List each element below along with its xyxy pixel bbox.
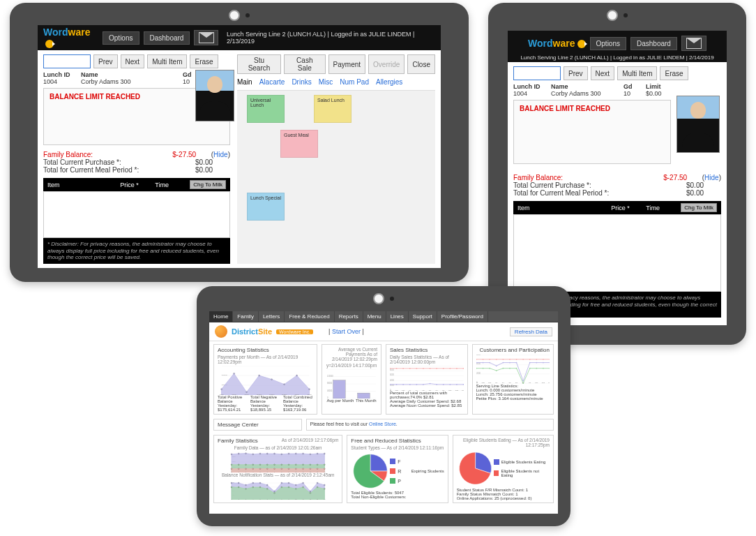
hide-link[interactable]: Hide [704,174,719,181]
svg-point-61 [396,384,398,385]
options-button[interactable]: Options [103,31,139,45]
next-button[interactable]: Next [591,66,615,80]
prev-button[interactable]: Prev [564,66,588,80]
tab-alacarte[interactable]: Alacarte [259,78,285,86]
col-lunchid: Lunch ID [513,83,548,90]
tile-universal-lunch[interactable]: Universal Lunch [247,95,285,123]
svg-text:2/5: 2/5 [508,382,511,383]
panel-sub: Student Types — As of 2/14/2019 12:11:16… [351,445,444,450]
device-pos-wide: Wordware Options Dashboard Lunch Serving… [10,3,469,282]
chg-to-milk-button[interactable]: Chg To Milk [190,180,226,189]
svg-point-49 [396,368,398,369]
svg-point-153 [252,454,254,455]
message-text: Please feel free to visit our [310,422,369,426]
nav-free[interactable]: Free & Reduced [285,311,334,322]
student-info: Lunch ID Name Gd Limit 1004 Corby Adams … [513,83,671,97]
svg-point-103 [549,362,550,364]
svg-point-233 [238,486,239,488]
val-name: Corby Adams 300 [551,90,621,97]
refresh-data-button[interactable]: Refresh Data [510,327,552,336]
close-button[interactable]: Close [407,54,435,74]
chg-to-milk-button[interactable]: Chg To Milk [681,203,717,212]
svg-point-108 [502,368,504,369]
svg-point-119 [495,359,497,360]
dashboard-button[interactable]: Dashboard [630,37,677,50]
tile-guest-meal[interactable]: Guest Meal [280,130,318,158]
erase-button[interactable]: Erase [660,66,688,80]
multiitem-button[interactable]: Multi Item [617,66,657,80]
svg-point-53 [423,368,424,369]
tile-lunch-special[interactable]: Lunch Special [247,193,285,221]
panel-title: Average vs Current Payments As of 2/14/2… [326,347,377,362]
nav-menu[interactable]: Menu [363,311,386,322]
svg-point-9 [234,373,235,374]
tab-misc[interactable]: Misc [319,78,333,86]
svg-point-115 [549,368,550,369]
multiitem-button[interactable]: Multi Item [147,54,187,68]
svg-text:1/30: 1/30 [481,382,485,383]
nav-reports[interactable]: Reports [335,311,363,322]
svg-point-155 [266,453,268,454]
tab-drinks[interactable]: Drinks [292,78,311,86]
el-foot-2: Online Applications: 25 (unprocessed: 0) [457,496,550,500]
cash-sale-button[interactable]: Cash Sale [284,54,326,74]
payment-button[interactable]: Payment [328,54,365,74]
nav-home[interactable]: Home [209,311,233,322]
svg-point-120 [502,359,504,360]
bar-label-avg: Avg per Month [326,399,354,403]
svg-point-94 [489,362,490,364]
options-button[interactable]: Options [590,37,626,50]
nav-family[interactable]: Family [233,311,259,322]
online-store-link[interactable]: Online Store [369,422,396,426]
device-camera [373,293,394,304]
nav-support[interactable]: Support [409,311,437,322]
nav-profile[interactable]: Profile/Password [437,311,488,322]
mail-button[interactable] [194,30,218,45]
bar-label-this: This Month [356,399,377,403]
svg-point-58 [456,368,458,369]
tab-numpad[interactable]: Num Pad [340,78,369,86]
panel-message-body: Please feel free to visit our Online Sto… [306,419,554,431]
mail-button[interactable] [681,36,706,51]
tile-salad-lunch[interactable]: Salad Lunch [314,95,351,123]
hide-link[interactable]: Hide [213,151,228,158]
next-button[interactable]: Next [121,54,145,68]
svg-text:2/1: 2/1 [495,382,498,383]
lunchid-search-input[interactable] [513,66,561,80]
tiles-area: Universal Lunch Salad Lunch Guest Meal L… [237,90,435,264]
svg-point-157 [281,454,282,455]
svg-text:40000: 40000 [327,389,333,392]
erase-button[interactable]: Erase [190,54,218,68]
svg-point-236 [259,486,261,488]
svg-point-54 [430,368,431,369]
stu-search-button[interactable]: Stu Search [237,54,281,74]
override-button[interactable]: Override [368,54,405,74]
svg-point-188 [303,468,304,470]
nav-lines[interactable]: Lines [386,311,409,322]
svg-point-95 [495,365,497,366]
svg-point-173 [295,464,296,466]
panel-avg: Average vs Current Payments As of 2/14/2… [322,344,381,415]
alert-box: BALANCE LIMIT REACHED [513,100,671,164]
tab-allergies[interactable]: Allergies [376,78,402,86]
app-header: Wordware Options Dashboard Lunch Serving… [38,25,441,50]
svg-point-241 [295,488,296,489]
col-gd: Gd [623,83,643,90]
lunchid-search-input[interactable] [43,54,91,68]
svg-point-13 [284,384,285,385]
svg-point-166 [245,464,247,466]
svg-point-51 [409,368,411,369]
prev-button[interactable]: Prev [93,54,118,68]
svg-point-55 [436,368,437,369]
dashboard-sub: Wordware Inc. [276,329,313,334]
panel-accounting: Accounting Statistics Payments per Month… [213,344,317,415]
camera-dot-icon [390,297,394,301]
dashboard-button[interactable]: Dashboard [144,31,190,45]
start-over-link[interactable]: Start Over [332,328,361,335]
nav-letters[interactable]: Letters [259,311,285,322]
svg-point-159 [295,453,296,454]
tab-main[interactable]: Main [237,78,252,86]
svg-point-118 [489,359,490,360]
col-name: Name [81,71,180,78]
svg-text:2/11: 2/11 [535,382,538,383]
